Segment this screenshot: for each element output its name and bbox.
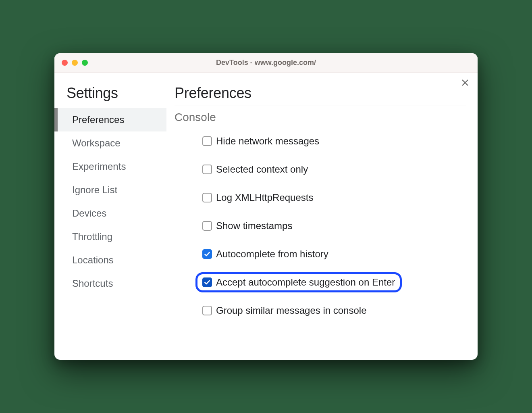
- check-icon: [204, 251, 210, 257]
- sidebar-item-label: Ignore List: [72, 184, 117, 195]
- sidebar-item-label: Preferences: [72, 114, 124, 125]
- console-options: Hide network messagesSelected context on…: [175, 131, 466, 321]
- window-titlebar: DevTools - www.google.com/: [54, 53, 478, 73]
- console-section-title: Console: [175, 111, 466, 124]
- checkbox[interactable]: [202, 136, 212, 146]
- checkbox[interactable]: [202, 165, 212, 174]
- option-group-similar-messages-in-console[interactable]: Group similar messages in console: [195, 300, 374, 321]
- sidebar-item-locations[interactable]: Locations: [54, 248, 166, 272]
- option-label: Selected context only: [216, 164, 308, 175]
- option-show-timestamps[interactable]: Show timestamps: [195, 216, 299, 236]
- sidebar-items: PreferencesWorkspaceExperimentsIgnore Li…: [54, 108, 166, 295]
- option-log-xmlhttprequests[interactable]: Log XMLHttpRequests: [195, 188, 320, 208]
- option-accept-autocomplete-suggestion-on-enter[interactable]: Accept autocomplete suggestion on Enter: [195, 272, 402, 292]
- traffic-lights: [62, 60, 88, 66]
- close-window-button[interactable]: [62, 60, 68, 66]
- close-settings-button[interactable]: [461, 78, 469, 88]
- window-title: DevTools - www.google.com/: [54, 58, 478, 67]
- sidebar-item-devices[interactable]: Devices: [54, 202, 166, 225]
- sidebar-item-preferences[interactable]: Preferences: [54, 108, 166, 131]
- sidebar-item-label: Workspace: [72, 138, 121, 148]
- settings-sidebar: Settings PreferencesWorkspaceExperiments…: [54, 73, 166, 360]
- option-label: Autocomplete from history: [216, 248, 328, 260]
- checkbox[interactable]: [202, 249, 212, 259]
- close-icon: [461, 79, 469, 86]
- maximize-window-button[interactable]: [82, 60, 88, 66]
- option-label: Hide network messages: [216, 136, 319, 147]
- preferences-panel: Preferences Console Hide network message…: [166, 73, 478, 360]
- settings-title: Settings: [54, 85, 166, 108]
- sidebar-item-label: Devices: [72, 208, 106, 219]
- option-label: Log XMLHttpRequests: [216, 192, 313, 203]
- option-label: Group similar messages in console: [216, 305, 367, 316]
- option-selected-context-only[interactable]: Selected context only: [195, 159, 315, 179]
- sidebar-item-label: Experiments: [72, 161, 126, 172]
- preferences-title: Preferences: [175, 85, 466, 106]
- sidebar-item-label: Locations: [72, 254, 114, 265]
- sidebar-item-label: Shortcuts: [72, 278, 113, 289]
- sidebar-item-ignore-list[interactable]: Ignore List: [54, 178, 166, 202]
- sidebar-item-workspace[interactable]: Workspace: [54, 131, 166, 155]
- checkbox[interactable]: [202, 193, 212, 202]
- sidebar-item-shortcuts[interactable]: Shortcuts: [54, 272, 166, 295]
- settings-content: Settings PreferencesWorkspaceExperiments…: [54, 73, 478, 360]
- option-label: Show timestamps: [216, 220, 292, 232]
- checkbox[interactable]: [202, 306, 212, 315]
- option-autocomplete-from-history[interactable]: Autocomplete from history: [195, 244, 335, 264]
- sidebar-item-label: Throttling: [72, 231, 112, 242]
- option-label: Accept autocomplete suggestion on Enter: [216, 277, 395, 288]
- option-hide-network-messages[interactable]: Hide network messages: [195, 131, 326, 151]
- checkbox[interactable]: [202, 277, 212, 287]
- check-icon: [204, 279, 210, 286]
- sidebar-item-throttling[interactable]: Throttling: [54, 225, 166, 248]
- checkbox[interactable]: [202, 221, 212, 231]
- sidebar-item-experiments[interactable]: Experiments: [54, 155, 166, 178]
- minimize-window-button[interactable]: [72, 60, 78, 66]
- devtools-settings-window: DevTools - www.google.com/ Settings Pref…: [54, 53, 478, 360]
